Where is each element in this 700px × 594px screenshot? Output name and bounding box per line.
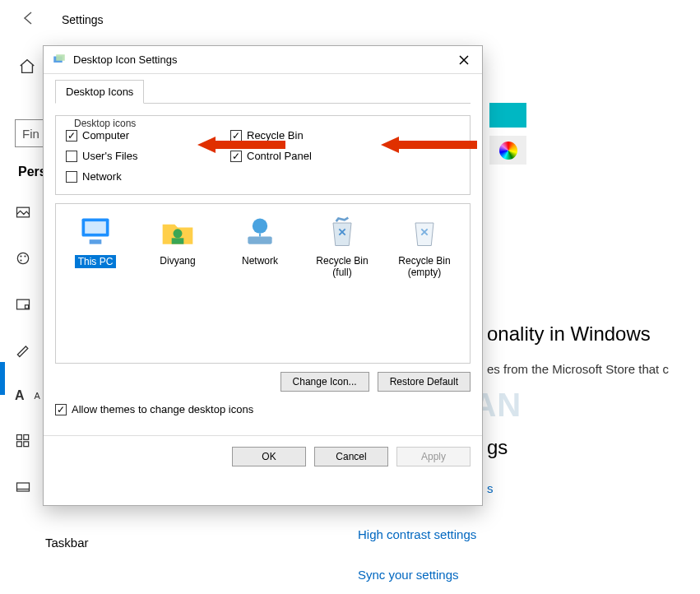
theme-thumb-wheel[interactable] — [489, 136, 526, 165]
cancel-button[interactable]: Cancel — [314, 447, 388, 466]
heading-personality: onality in Windows — [487, 323, 651, 346]
recycle-bin-full-icon — [324, 214, 360, 250]
icon-item-this-pc[interactable]: This PC — [63, 214, 128, 268]
icon-caption: Network — [242, 255, 278, 267]
back-icon[interactable] — [21, 10, 37, 30]
svg-rect-7 — [17, 435, 22, 440]
icon-item-recycle-empty[interactable]: Recycle Bin (empty) — [392, 214, 457, 278]
icon-preview-list[interactable]: This PC Divyang Network Recycle Bin (ful… — [55, 203, 471, 364]
user-folder-icon — [160, 214, 196, 250]
svg-point-18 — [174, 229, 183, 238]
settings-header: Settings — [0, 0, 700, 39]
sidebar-item-background[interactable] — [15, 204, 40, 220]
dialog-body: Desktop Icons Desktop icons Computer Rec… — [44, 74, 482, 415]
theme-thumbnails — [489, 103, 539, 169]
sidebar-item-lockscreen[interactable] — [15, 296, 40, 313]
link-partial[interactable]: s — [487, 481, 494, 495]
checkbox-label: User's Files — [82, 150, 138, 162]
svg-rect-11 — [17, 483, 30, 491]
checkbox-allow-themes[interactable]: Allow themes to change desktop icons — [55, 403, 471, 415]
desktop-icon-settings-dialog: Desktop Icon Settings Desktop Icons Desk… — [43, 45, 483, 506]
heading-related: gs — [487, 436, 508, 459]
dialog-icon — [52, 53, 67, 67]
search-value: Fin — [22, 127, 39, 141]
checkbox-icon — [66, 171, 77, 183]
checkbox-icon — [66, 151, 77, 162]
dialog-title: Desktop Icon Settings — [73, 53, 446, 66]
icon-item-network[interactable]: Network — [227, 214, 293, 267]
checkbox-label: Allow themes to change desktop icons — [72, 403, 253, 415]
svg-rect-8 — [24, 435, 29, 440]
tab-strip: Desktop Icons — [55, 79, 471, 104]
svg-point-4 — [20, 259, 21, 261]
recycle-bin-empty-icon — [406, 214, 443, 250]
svg-point-20 — [253, 219, 267, 234]
sidebar-item-taskbar[interactable] — [15, 479, 40, 495]
group-label: Desktop icons — [71, 118, 139, 129]
home-icon[interactable] — [18, 58, 36, 76]
ok-button[interactable]: OK — [232, 447, 306, 466]
settings-title: Settings — [62, 13, 104, 26]
svg-point-3 — [24, 255, 25, 257]
svg-point-1 — [17, 253, 28, 263]
checkbox-icon — [66, 130, 77, 142]
link-sync-settings[interactable]: Sync your settings — [358, 568, 459, 582]
svg-rect-5 — [17, 299, 30, 309]
change-icon-button[interactable]: Change Icon... — [280, 372, 369, 392]
color-wheel-icon — [499, 142, 517, 160]
icon-item-user[interactable]: Divyang — [145, 214, 211, 267]
icon-action-buttons: Change Icon... Restore Default — [55, 372, 471, 392]
checkbox-icon — [55, 404, 67, 415]
icon-item-recycle-full[interactable]: Recycle Bin (full) — [309, 214, 375, 278]
icon-caption: Divyang — [160, 255, 195, 267]
dialog-titlebar: Desktop Icon Settings — [44, 46, 482, 74]
apply-button: Apply — [396, 447, 471, 466]
sidebar-items: AA — [15, 204, 40, 495]
network-icon — [242, 214, 278, 250]
svg-rect-17 — [90, 239, 102, 244]
computer-icon — [77, 214, 114, 250]
svg-point-2 — [20, 255, 21, 257]
sidebar-item-start[interactable] — [15, 433, 40, 449]
svg-rect-19 — [172, 238, 184, 244]
annotation-arrow-control-panel — [381, 137, 477, 153]
close-button[interactable] — [446, 46, 482, 74]
checkbox-label: Network — [82, 170, 122, 183]
dialog-footer: OK Cancel Apply — [44, 435, 482, 476]
svg-rect-21 — [248, 237, 271, 244]
sidebar-item-colors[interactable] — [15, 250, 40, 267]
sidebar-item-fonts[interactable]: AA — [15, 388, 40, 403]
desktop-icons-group: Desktop icons Computer Recycle Bin User'… — [55, 115, 471, 195]
icon-caption: Recycle Bin (empty) — [392, 255, 457, 278]
icon-caption: Recycle Bin (full) — [309, 255, 375, 278]
svg-rect-14 — [56, 54, 65, 61]
restore-default-button[interactable]: Restore Default — [378, 372, 471, 392]
annotation-arrow-users-files — [197, 137, 285, 153]
theme-thumb-color[interactable] — [489, 103, 526, 128]
tab-desktop-icons[interactable]: Desktop Icons — [55, 80, 144, 104]
subtext-store: es from the Microsoft Store that c — [487, 362, 669, 376]
svg-rect-6 — [25, 305, 29, 309]
checkbox-network[interactable]: Network — [66, 170, 230, 183]
sidebar-item-themes[interactable] — [15, 342, 40, 359]
sidebar-item-taskbar-label[interactable]: Taskbar — [45, 536, 89, 550]
svg-rect-10 — [24, 442, 29, 447]
svg-rect-16 — [85, 221, 106, 234]
checkbox-label: Computer — [82, 129, 129, 142]
active-indicator — [0, 362, 5, 395]
icon-caption: This PC — [75, 255, 117, 268]
svg-rect-9 — [17, 442, 22, 447]
link-high-contrast[interactable]: High contrast settings — [358, 527, 476, 541]
